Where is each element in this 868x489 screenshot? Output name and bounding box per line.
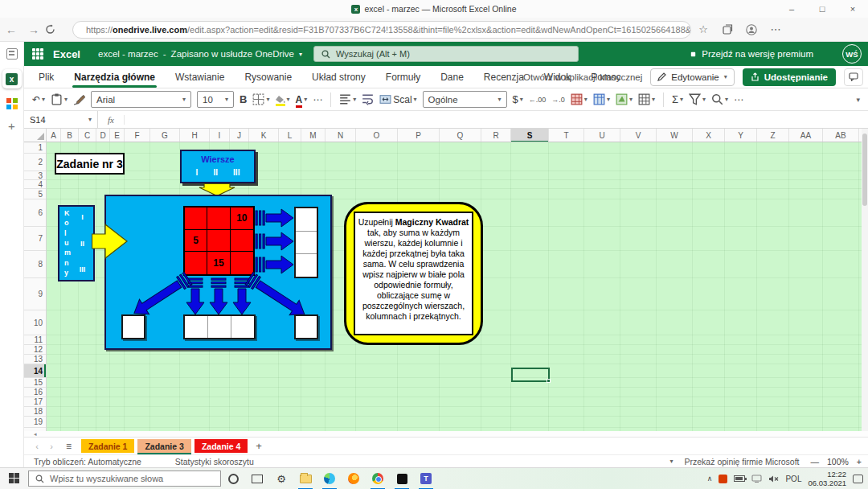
wrap-text-button[interactable] bbox=[362, 93, 374, 105]
workbook-stats[interactable]: Statystyki skoroszytu bbox=[175, 457, 254, 466]
dark-app-icon[interactable] bbox=[390, 468, 414, 489]
column-header-X[interactable]: X bbox=[693, 129, 725, 142]
add-sheet-button[interactable]: + bbox=[256, 440, 262, 452]
document-title[interactable]: excel - marzec - Zapisano w usłudze OneD… bbox=[98, 49, 302, 59]
profile-icon[interactable] bbox=[739, 24, 764, 35]
row-header-2[interactable]: 2 bbox=[24, 154, 46, 171]
app-name[interactable]: Excel bbox=[53, 48, 80, 60]
row-header-11[interactable]: 11 bbox=[24, 335, 46, 345]
format-as-table-button[interactable]: ▾ bbox=[593, 93, 610, 105]
row-header-5[interactable]: 5 bbox=[24, 189, 46, 199]
column-header-I[interactable]: I bbox=[210, 129, 230, 142]
column-header-E[interactable]: E bbox=[110, 129, 125, 142]
column-header-AB[interactable]: AB bbox=[823, 129, 859, 142]
column-header-Q[interactable]: Q bbox=[440, 129, 481, 142]
collapse-ribbon-icon[interactable]: ▾ bbox=[856, 96, 860, 104]
app-launcher-icon[interactable] bbox=[32, 48, 43, 60]
sheet-tab-zadanie-4[interactable]: Zadanie 4 bbox=[194, 439, 248, 453]
instructions-callout[interactable]: Uzupełnij Magiczny Kwadrat tak, aby suma… bbox=[344, 202, 483, 345]
tray-expand-icon[interactable]: ∧ bbox=[707, 475, 713, 483]
row-header-13[interactable]: 13 bbox=[24, 355, 46, 364]
column-header-A[interactable]: A bbox=[47, 129, 61, 142]
autosum-button[interactable]: Σ▾ bbox=[672, 93, 683, 105]
selected-cell[interactable] bbox=[511, 368, 550, 382]
insert-table-button[interactable]: ▾ bbox=[638, 93, 655, 105]
editing-mode-button[interactable]: Edytowanie▾ bbox=[650, 68, 734, 86]
increase-decimal-button[interactable]: ←.00 bbox=[529, 96, 547, 104]
feedback-link[interactable]: Przekaż opinię firmie Microsoft bbox=[685, 457, 800, 466]
column-header-K[interactable]: K bbox=[249, 129, 279, 142]
horizontal-scrollbar[interactable]: ◂ bbox=[24, 431, 868, 437]
settings-gear-icon[interactable]: ⚙ bbox=[269, 468, 293, 489]
status-menu-icon[interactable]: ▾ bbox=[670, 458, 674, 465]
ribbon-tab-dane[interactable]: Dane bbox=[440, 68, 464, 87]
font-color-button[interactable]: A ▾ bbox=[296, 94, 308, 105]
sort-filter-button[interactable]: ▾ bbox=[689, 93, 706, 105]
antivirus-tray-icon[interactable] bbox=[719, 475, 727, 483]
more-font-options[interactable]: ⋯ bbox=[313, 94, 322, 105]
row-header-4[interactable]: 4 bbox=[24, 180, 46, 189]
excel-app-icon[interactable]: x bbox=[2, 69, 22, 88]
ribbon-tab-uk-ad-strony[interactable]: Układ strony bbox=[312, 68, 366, 87]
alignment-button[interactable]: ▾ bbox=[339, 93, 356, 105]
zoom-out-button[interactable]: — bbox=[811, 457, 820, 466]
font-size-select[interactable]: 10▾ bbox=[197, 91, 234, 108]
share-button[interactable]: Udostępnianie bbox=[743, 68, 836, 86]
start-button[interactable] bbox=[9, 473, 20, 484]
pinned-site-icon[interactable] bbox=[6, 48, 18, 60]
diagonal-sum-box-right[interactable] bbox=[294, 314, 318, 339]
column-header-U[interactable]: U bbox=[584, 129, 620, 142]
volume-muted-icon[interactable] bbox=[768, 475, 779, 483]
sheet-prev-icon[interactable]: ‹ bbox=[32, 442, 42, 451]
number-format-select[interactable]: Ogólne▾ bbox=[423, 91, 507, 108]
decrease-decimal-button[interactable]: →.0 bbox=[551, 96, 565, 104]
calc-mode-status[interactable]: Tryb obliczeń: Automatyczne bbox=[34, 457, 141, 466]
row-header-9[interactable]: 9 bbox=[24, 278, 46, 310]
column-header-F[interactable]: F bbox=[125, 129, 150, 142]
column-header-T[interactable]: T bbox=[549, 129, 584, 142]
search-box[interactable]: Wyszukaj (Alt + M) bbox=[313, 46, 579, 62]
diagonal-sum-box-left[interactable] bbox=[121, 314, 145, 339]
back-button[interactable]: ← bbox=[0, 23, 23, 36]
column-header-V[interactable]: V bbox=[620, 129, 657, 142]
format-painter-button[interactable] bbox=[73, 93, 85, 105]
ribbon-tab-plik[interactable]: Plik bbox=[39, 68, 54, 87]
favorites-star-icon[interactable]: ☆ bbox=[691, 23, 715, 35]
column-header-R[interactable]: R bbox=[481, 129, 511, 142]
undo-button[interactable]: ↶▾ bbox=[32, 94, 45, 105]
network-icon[interactable] bbox=[751, 475, 762, 483]
currency-format-button[interactable]: $▾ bbox=[513, 93, 523, 105]
sheet-tab-zadanie-3[interactable]: Zadanie 3 bbox=[137, 439, 190, 453]
column-header-N[interactable]: N bbox=[326, 129, 356, 142]
column-header-G[interactable]: G bbox=[150, 129, 180, 142]
name-box[interactable]: S14▾ bbox=[24, 111, 98, 129]
row-header-14[interactable]: 14 bbox=[24, 364, 46, 378]
columns-legend-shape[interactable]: Kolumny IIIIII bbox=[58, 205, 95, 281]
ribbon-tab-formu-y[interactable]: Formuły bbox=[386, 68, 420, 87]
browser-menu-icon[interactable]: ⋯ bbox=[764, 23, 788, 35]
edge-icon[interactable] bbox=[317, 468, 342, 489]
column-header-C[interactable]: C bbox=[79, 129, 96, 142]
clock[interactable]: 12:2206.03.2021 bbox=[808, 470, 846, 487]
forward-button[interactable]: → bbox=[23, 23, 45, 36]
minimize-button[interactable]: – bbox=[776, 0, 807, 18]
task-label-shape[interactable]: Zadanie nr 3 bbox=[55, 153, 125, 175]
fill-handle[interactable] bbox=[547, 379, 551, 383]
language-indicator[interactable]: POL bbox=[785, 475, 801, 483]
row-header-10[interactable]: 10 bbox=[24, 310, 46, 335]
row-header-3[interactable]: 3 bbox=[24, 171, 46, 180]
row-header-18[interactable]: 18 bbox=[24, 407, 46, 417]
premium-link[interactable]: Przejdź na wersję premium bbox=[690, 49, 813, 59]
column-header-L[interactable]: L bbox=[279, 129, 301, 142]
row-header-8[interactable]: 8 bbox=[24, 251, 46, 278]
battery-icon[interactable] bbox=[734, 475, 745, 482]
collections-icon[interactable] bbox=[715, 24, 739, 35]
column-header-W[interactable]: W bbox=[657, 129, 693, 142]
font-name-select[interactable]: Arial▾ bbox=[91, 91, 191, 108]
column-header-AA[interactable]: AA bbox=[789, 129, 823, 142]
ribbon-tab-narz-dzia-g-wne[interactable]: Narzędzia główne bbox=[74, 68, 155, 87]
cortana-icon[interactable] bbox=[221, 468, 245, 489]
column-header-S[interactable]: S bbox=[511, 129, 549, 142]
action-center-icon[interactable] bbox=[853, 475, 863, 483]
task-view-icon[interactable] bbox=[245, 468, 269, 489]
